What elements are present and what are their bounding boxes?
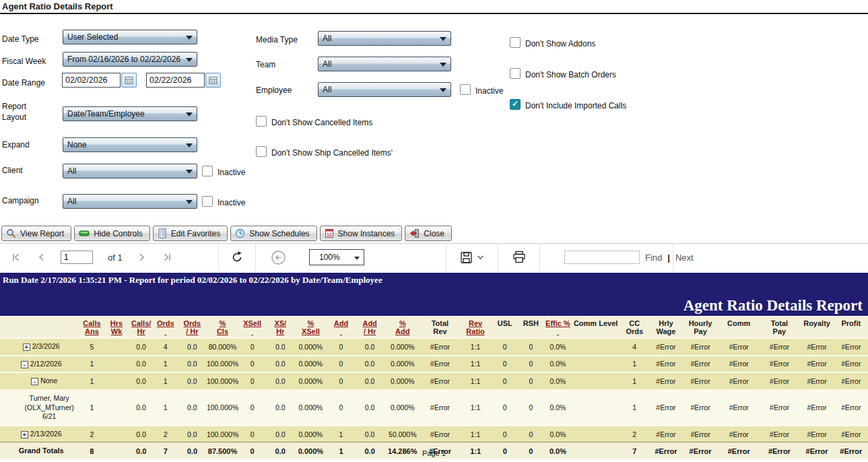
fiscal-week-dropdown[interactable]: From 02/16/2026 to 02/22/2026 xyxy=(63,52,197,67)
report-header-band: Run Date 2/17/2026 1:35:21 PM - Report f… xyxy=(0,273,868,316)
table-cell: 1:1 xyxy=(459,426,492,442)
table-cell: 0.000% xyxy=(294,372,327,390)
close-door-icon xyxy=(409,228,420,238)
table-cell: 1 xyxy=(620,390,650,426)
previous-page-button[interactable] xyxy=(36,252,46,263)
table-cell: 1 xyxy=(79,390,104,426)
row-label: +2/3/2026 xyxy=(0,338,79,356)
expand-dropdown[interactable]: None xyxy=(63,137,197,152)
back-button[interactable] xyxy=(271,250,286,265)
column-header: Comm xyxy=(719,317,759,338)
dont-show-cancelled-items-checkbox[interactable] xyxy=(256,116,267,127)
column-header[interactable]: Add xyxy=(327,317,355,338)
client-inactive-checkbox[interactable] xyxy=(202,166,213,176)
table-cell: 0.0 xyxy=(356,356,385,373)
campaign-inactive-checkbox[interactable] xyxy=(202,196,213,207)
close-button[interactable]: Close xyxy=(405,226,452,241)
show-schedules-label: Show Schedules xyxy=(249,229,309,238)
export-dropdown-chevron[interactable] xyxy=(477,255,484,260)
table-cell: #Error xyxy=(799,372,834,390)
team-dropdown[interactable]: All xyxy=(318,57,451,71)
table-cell: 1 xyxy=(620,356,650,373)
date-from-field[interactable] xyxy=(62,73,121,88)
employee-dropdown[interactable]: All xyxy=(318,82,451,97)
zoom-select[interactable]: 100% xyxy=(309,249,364,265)
expand-toggle-expanded[interactable]: - xyxy=(31,378,38,385)
table-cell: 0 xyxy=(327,356,355,373)
export-save-button[interactable] xyxy=(460,251,473,264)
column-header[interactable]: HrsWk xyxy=(104,317,129,338)
table-cell: 0.0 xyxy=(129,426,154,442)
chevron-down-icon xyxy=(186,170,193,174)
column-header[interactable]: Ords xyxy=(154,317,178,338)
refresh-button[interactable] xyxy=(230,251,244,264)
table-cell: 0.0 xyxy=(129,338,154,356)
table-cell: #Error xyxy=(421,338,459,356)
expand-toggle-collapsed[interactable]: + xyxy=(21,431,28,438)
media-type-dropdown[interactable]: All xyxy=(318,31,451,46)
show-schedules-button[interactable]: Show Schedules xyxy=(230,226,316,241)
column-header[interactable]: %Add xyxy=(385,317,421,338)
column-header: RSH xyxy=(518,317,543,338)
date-to-calendar-button[interactable] xyxy=(205,73,221,88)
dont-show-addons-checkbox[interactable] xyxy=(510,37,521,48)
column-header[interactable]: XS/Hr xyxy=(266,317,294,338)
row-label-text: None xyxy=(40,376,57,385)
table-cell: 4 xyxy=(154,338,178,356)
table-cell: #Error xyxy=(759,390,799,426)
print-button[interactable] xyxy=(512,251,527,264)
column-header[interactable]: Add/ Hr xyxy=(356,317,385,338)
column-header[interactable]: Ords/ Hr xyxy=(178,317,207,338)
dont-include-imported-calls-checkbox[interactable] xyxy=(510,99,521,110)
column-header[interactable]: Effic % xyxy=(543,317,572,338)
client-dropdown[interactable]: All xyxy=(63,164,197,178)
fiscal-week-value: From 02/16/2026 to 02/22/2026 xyxy=(67,55,180,64)
table-cell: 0.000% xyxy=(385,356,421,373)
team-value: All xyxy=(323,59,331,69)
table-cell: 0.000% xyxy=(294,390,327,426)
view-report-button[interactable]: View Report xyxy=(1,226,71,241)
table-cell: 2 xyxy=(620,426,650,442)
edit-favorites-icon xyxy=(158,228,167,238)
table-cell: #Error xyxy=(650,372,682,390)
show-instances-button[interactable]: 12 Show Instances xyxy=(320,226,403,241)
zoom-value: 100% xyxy=(319,253,340,262)
column-header[interactable]: XSell xyxy=(238,317,266,338)
table-cell: #Error xyxy=(799,356,834,373)
find-input[interactable] xyxy=(564,251,640,264)
table-cell: 2 xyxy=(79,426,104,442)
campaign-value: All xyxy=(67,197,76,206)
dont-show-batch-orders-checkbox[interactable] xyxy=(510,68,521,79)
expand-toggle-collapsed[interactable]: + xyxy=(23,343,30,351)
edit-favorites-button[interactable]: Edit Favorites xyxy=(153,226,228,241)
client-value: All xyxy=(67,166,76,176)
chevron-down-icon xyxy=(440,63,446,67)
column-header[interactable]: %Cls xyxy=(207,317,238,338)
current-page-input[interactable] xyxy=(61,251,93,264)
report-title: Agent Ratio Details Report xyxy=(683,297,863,315)
last-page-button[interactable] xyxy=(162,252,172,263)
report-layout-dropdown[interactable]: Date/Team/Employee xyxy=(63,106,197,121)
table-cell: #Error xyxy=(682,372,719,390)
column-header[interactable]: RevRatio xyxy=(459,317,492,338)
run-date-line: Run Date 2/17/2026 1:35:21 PM - Report f… xyxy=(3,275,382,286)
date-type-dropdown[interactable]: User Selected xyxy=(63,30,197,44)
hide-controls-button[interactable]: Hide Controls xyxy=(74,226,150,241)
dont-show-ship-cancelled-items-checkbox[interactable] xyxy=(256,146,267,157)
expand-toggle-expanded[interactable]: - xyxy=(21,361,28,368)
column-header[interactable]: Calls/Hr xyxy=(129,317,154,338)
column-header: Comm Level xyxy=(572,317,620,338)
date-from-calendar-button[interactable] xyxy=(121,73,137,88)
column-header[interactable]: CallsAns xyxy=(79,317,104,338)
first-page-button[interactable] xyxy=(11,252,22,263)
chevron-down-icon xyxy=(440,37,446,41)
row-label: +2/13/2026 xyxy=(0,426,79,442)
employee-inactive-checkbox[interactable] xyxy=(460,84,471,95)
campaign-dropdown[interactable]: All xyxy=(63,194,197,209)
table-cell: 0.0 xyxy=(356,338,385,356)
column-header[interactable]: %XSell xyxy=(294,317,327,338)
find-button[interactable]: Find xyxy=(645,253,662,263)
next-page-button[interactable] xyxy=(137,252,147,263)
date-to-field[interactable] xyxy=(146,73,205,88)
date-type-label: Date Type xyxy=(2,34,38,44)
